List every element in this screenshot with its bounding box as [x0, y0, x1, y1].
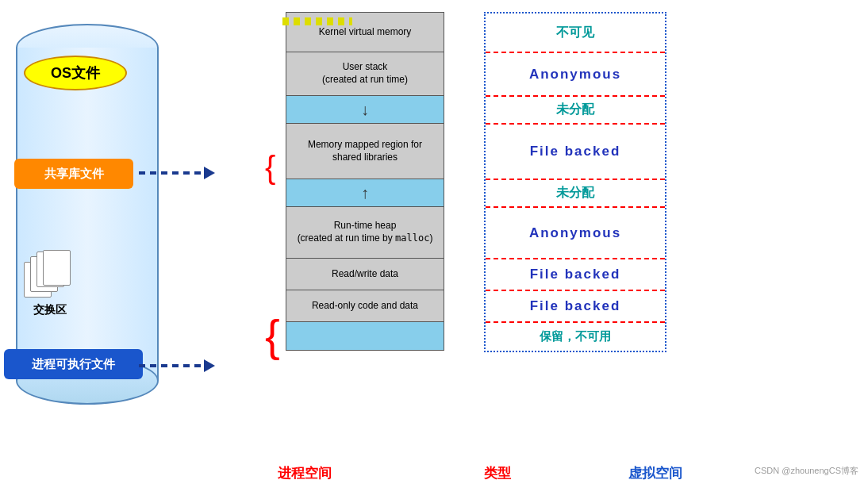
brace-exec: {: [265, 313, 280, 358]
virtual-space-label: 虚拟空间: [628, 464, 682, 480]
bottom-type-label-row: 类型 虚拟空间: [484, 464, 682, 480]
arrow-head-shared: [204, 167, 215, 179]
type-container: 不可见 Anonymous 未分配 File backed 未分配 Anonym…: [484, 12, 666, 352]
type-anonymous1-text: Anonymous: [529, 67, 621, 83]
seg-user-stack: User stack(created at run time): [286, 52, 444, 96]
gap1-arrow: ↓: [361, 99, 369, 120]
type-row-invisible: 不可见: [486, 13, 665, 53]
seg-mapped: Memory mapped region forshared libraries: [286, 124, 444, 179]
swap-label: 交换区: [24, 303, 75, 317]
seg-gap2: ↑: [286, 179, 444, 207]
process-space-label: 进程空间: [278, 464, 332, 480]
type-row-anonymous2: Anonymous: [486, 208, 665, 259]
main-diagram: OS文件 共享库文件 交换区 进程可执行文件: [0, 0, 852, 460]
type-panel: 不可见 Anonymous 未分配 File backed 未分配 Anonym…: [484, 12, 852, 460]
arrow-head-exec: [204, 359, 215, 372]
arrow-shared: [139, 167, 215, 179]
left-panel: OS文件 共享库文件 交换区 进程可执行文件: [0, 8, 254, 468]
memory-panel: { { Kernel virtual memory User stack(cre…: [254, 12, 484, 460]
dashed-line-shared: [139, 171, 202, 175]
gap2-arrow: ↑: [361, 182, 369, 203]
exec-file-label: 进程可执行文件: [4, 349, 143, 379]
process-space-text: 进程空间: [278, 466, 332, 480]
type-row-anonymous1: Anonymous: [486, 53, 665, 97]
seg-heap: Run-time heap(created at run time by mal…: [286, 207, 444, 259]
seg-heap-label: Run-time heap(created at run time by mal…: [298, 220, 433, 244]
type-row-filebacked3: File backed: [486, 291, 665, 323]
type-anonymous2-text: Anonymous: [529, 225, 621, 241]
os-file-label: OS文件: [24, 56, 127, 90]
type-filebacked1-text: File backed: [530, 144, 621, 159]
seg-ro-label: Read-only code and data: [312, 300, 418, 313]
arrow-exec: [139, 359, 215, 372]
file-stack-icon: 交换区: [24, 250, 75, 317]
shared-lib-text: 共享库文件: [44, 167, 104, 182]
file-page-4: [43, 250, 71, 286]
seg-ro: Read-only code and data: [286, 290, 444, 322]
type-row-filebacked2: File backed: [486, 259, 665, 291]
seg-gap1: ↓: [286, 96, 444, 124]
shared-lib-label: 共享库文件: [14, 159, 133, 189]
diagonal-deco: [282, 10, 352, 33]
type-row-unalloc2: 未分配: [486, 180, 665, 208]
seg-stack-label: User stack(created at run time): [322, 61, 408, 86]
type-unalloc2-text: 未分配: [556, 185, 594, 202]
seg-rw: Read/write data: [286, 259, 444, 290]
dashed-line-exec: [139, 364, 202, 367]
type-invisible-text: 不可见: [556, 25, 594, 41]
type-reserved-text: 保留，不可用: [540, 329, 611, 344]
os-file-text: OS文件: [51, 63, 100, 83]
type-filebacked2-text: File backed: [530, 267, 621, 282]
memory-segments: Kernel virtual memory User stack(created…: [286, 12, 444, 351]
watermark: CSDN @zhounengCS博客: [755, 465, 858, 477]
type-row-filebacked1: File backed: [486, 125, 665, 180]
seg-mapped-label: Memory mapped region forshared libraries: [308, 139, 422, 163]
seg-rw-label: Read/write data: [332, 268, 398, 281]
type-label-bottom: 类型: [484, 464, 511, 480]
type-row-reserved: 保留，不可用: [486, 323, 665, 351]
brace-shared: {: [265, 152, 275, 183]
seg-reserved: [286, 322, 444, 350]
type-unalloc1-text: 未分配: [556, 102, 594, 118]
type-row-unalloc1: 未分配: [486, 97, 665, 125]
type-filebacked3-text: File backed: [530, 298, 621, 314]
cylinder-body: [16, 48, 159, 381]
exec-file-text: 进程可执行文件: [32, 357, 115, 372]
